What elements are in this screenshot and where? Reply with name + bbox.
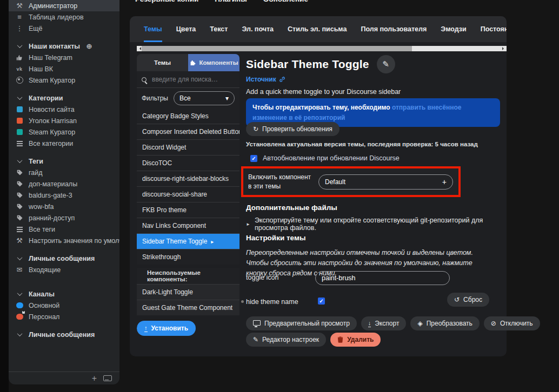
- tab-themes[interactable]: Темы: [144, 16, 162, 42]
- search-input[interactable]: [151, 75, 235, 84]
- scrollbar-thumb[interactable]: [142, 46, 412, 51]
- component-item[interactable]: Category Badge Styles: [137, 109, 239, 124]
- sidebar-item-label: Steam Куратор: [29, 77, 75, 84]
- component-item-label: discourse-social-share: [142, 191, 207, 198]
- export-button[interactable]: ↓ Экспорт: [361, 316, 407, 330]
- panel-tab-themes[interactable]: Темы: [137, 54, 188, 71]
- forum-sidebar: ⚒ Администратор ≡ Таблица лидеров ⋮ Ещё …: [9, 0, 119, 384]
- leaderboard-icon: ≡: [15, 13, 24, 21]
- component-item-selected[interactable]: Sidebar Theme Toggle ▸: [137, 233, 239, 249]
- auto-update-checkbox[interactable]: ✓: [250, 155, 257, 162]
- plus-icon[interactable]: +: [92, 374, 97, 383]
- component-item[interactable]: DiscoTOC: [137, 155, 239, 171]
- component-item-label: DiscoTOC: [142, 159, 172, 167]
- component-item[interactable]: FKB Pro theme: [137, 202, 239, 218]
- sidebar-item-channel-staff[interactable]: Персонал: [9, 311, 119, 322]
- component-item[interactable]: Discord Widget: [137, 139, 239, 155]
- sidebar-section-channels[interactable]: Каналы: [9, 288, 119, 300]
- scroll-left-arrow-icon[interactable]: [138, 47, 141, 50]
- sidebar-section-messages[interactable]: Личные сообщения: [9, 253, 119, 264]
- sidebar-item-category-steam[interactable]: Steam Куратор: [9, 126, 119, 138]
- keyboard-shortcuts-icon[interactable]: [103, 375, 112, 381]
- component-search[interactable]: [137, 71, 239, 88]
- sidebar-section-categories[interactable]: Категории: [9, 92, 119, 104]
- sidebar-item-tag-materials[interactable]: доп-материалы: [9, 178, 119, 190]
- component-list: Category Badge Styles Composer Inserted …: [137, 109, 239, 265]
- link-icon: [279, 76, 285, 83]
- tab-user-fields[interactable]: Поля пользователя: [361, 16, 427, 42]
- tag-icon: [15, 204, 24, 209]
- sidebar-item-category-harrisan[interactable]: Уголок Harrisan: [9, 115, 119, 126]
- toggle-icon-input[interactable]: [315, 271, 450, 285]
- sidebar-item-more[interactable]: ⋮ Ещё: [9, 23, 119, 34]
- preview-button[interactable]: Предварительный просмотр: [246, 316, 357, 330]
- tab-email[interactable]: Эл. почта: [242, 16, 274, 42]
- component-item[interactable]: Composer Inserted Deleted Button: [137, 124, 239, 139]
- convert-button-label: Преобразовать: [427, 320, 473, 327]
- unused-component-item[interactable]: Guest Gate Theme Component: [137, 300, 239, 315]
- sidebar-item-tag-wow[interactable]: wow-bfa: [9, 201, 119, 212]
- component-item[interactable]: discourse-social-share: [137, 186, 239, 202]
- tab-permalinks[interactable]: Постоянные ссылки: [481, 16, 507, 42]
- disable-button[interactable]: ⊘ Отключить: [484, 316, 540, 330]
- filter-select[interactable]: Все ▾: [174, 91, 235, 105]
- sidebar-item-inbox[interactable]: ✉ Входящие: [9, 264, 119, 275]
- source-link[interactable]: Источник: [246, 76, 276, 83]
- override-dot: [241, 300, 244, 303]
- top-nav-plugins[interactable]: Плагины: [215, 0, 247, 3]
- sidebar-section-label: Теги: [29, 158, 43, 165]
- install-button[interactable]: ↑ Установить: [137, 321, 196, 336]
- tab-email-style[interactable]: Стиль эл. письма: [288, 16, 347, 42]
- annotation-red-box: Включить компонент в эти темы Default +: [241, 166, 461, 197]
- plus-icon[interactable]: +: [442, 178, 447, 186]
- page-title: Sidebar Theme Toggle: [246, 58, 369, 71]
- tab-text[interactable]: Текст: [210, 16, 228, 42]
- component-item[interactable]: discourse-right-sidebar-blocks: [137, 171, 239, 186]
- sidebar-item-channel-main[interactable]: Основной: [9, 300, 119, 311]
- sidebar-item-category-news[interactable]: Новости сайта: [9, 104, 119, 115]
- delete-button[interactable]: Удалить: [330, 333, 381, 347]
- check-updates-button[interactable]: ↻ Проверить обновления: [246, 122, 340, 136]
- component-item-label: Category Badge Styles: [142, 112, 209, 120]
- sidebar-section-personal-messages[interactable]: Личные сообщения: [9, 329, 119, 340]
- sidebar-section-tags[interactable]: Теги: [9, 156, 119, 167]
- pencil-icon: ✎: [253, 336, 258, 343]
- sidebar-item-vk[interactable]: vk Наш ВК: [9, 63, 119, 75]
- hide-theme-name-checkbox[interactable]: ✓: [318, 298, 325, 305]
- panel-tab-components[interactable]: Компоненты: [188, 54, 239, 71]
- sidebar-item-all-categories[interactable]: Все категории: [9, 138, 119, 149]
- top-nav-backups[interactable]: Резервные копии: [135, 0, 198, 3]
- scroll-right-arrow-icon[interactable]: [502, 47, 505, 50]
- check-icon: ✓: [251, 156, 256, 161]
- sidebar-item-telegram[interactable]: Наш Telegram: [9, 52, 119, 63]
- include-themes-select[interactable]: Default +: [318, 174, 453, 190]
- settings-editor-button[interactable]: ✎ Редактор настроек: [246, 333, 326, 347]
- tab-emoji[interactable]: Эмодзи: [441, 16, 466, 42]
- sidebar-item-all-tags[interactable]: Все теги: [9, 224, 119, 235]
- envelope-icon: ✉: [15, 266, 24, 274]
- filters-label: Фильтры: [142, 94, 168, 102]
- horizontal-scrollbar[interactable]: [137, 46, 507, 51]
- tag-icon: [15, 181, 24, 187]
- sidebar-item-tag-guide[interactable]: гайд: [9, 167, 119, 178]
- sidebar-item-label: Персонал: [29, 313, 59, 321]
- tab-colors[interactable]: Цвета: [176, 16, 196, 42]
- component-item-label: Sidebar Theme Toggle: [142, 238, 207, 245]
- component-item[interactable]: Nav Links Component: [137, 218, 239, 233]
- sidebar-section-contacts[interactable]: Наши контакты ⊕: [9, 40, 119, 52]
- sidebar-item-admin[interactable]: ⚒ Администратор: [9, 0, 119, 11]
- page-left-strip: [0, 0, 9, 392]
- files-collapsible[interactable]: ► Экспортируйте тему или откройте соотве…: [246, 217, 501, 232]
- reset-button[interactable]: ↺ Сброс: [447, 293, 489, 307]
- top-nav-update[interactable]: Обновление: [263, 0, 308, 3]
- sidebar-item-steam-curator[interactable]: Steam Куратор: [9, 75, 119, 86]
- component-item[interactable]: Strikethrough: [137, 249, 239, 265]
- puzzle-icon: [189, 59, 196, 66]
- convert-button[interactable]: ◈ Преобразовать: [410, 316, 479, 330]
- edit-title-button[interactable]: ✎: [377, 55, 395, 73]
- sidebar-item-tag-bg3[interactable]: baldurs-gate-3: [9, 190, 119, 201]
- sidebar-item-tag-defaults[interactable]: ⚒ Настроить значения по умолча…: [9, 235, 119, 246]
- sidebar-item-tag-early[interactable]: ранний-доступ: [9, 212, 119, 224]
- sidebar-item-leaderboard[interactable]: ≡ Таблица лидеров: [9, 11, 119, 23]
- unused-component-item[interactable]: Dark-Light Toggle: [137, 284, 239, 300]
